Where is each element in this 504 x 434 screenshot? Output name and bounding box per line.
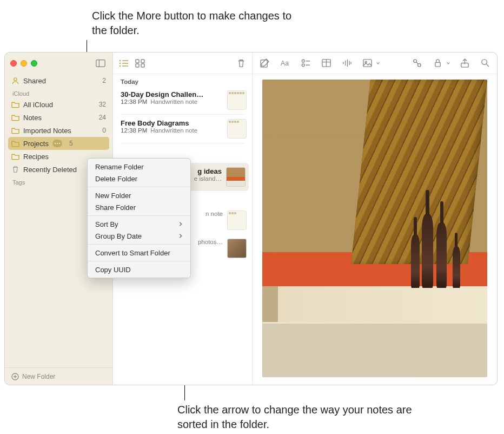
svg-rect-30	[363, 60, 371, 67]
folder-icon	[11, 114, 19, 121]
note-preview: photos…	[198, 239, 223, 245]
editor: Aa	[253, 52, 497, 385]
search-icon	[480, 58, 490, 68]
note-thumbnail	[227, 211, 247, 230]
sidebar-item-label: Imported Notes	[23, 127, 71, 135]
sidebar-item-all-icloud[interactable]: All iCloud 32	[5, 98, 112, 111]
sidebar-item-shared[interactable]: Shared 2	[5, 74, 112, 87]
grid-icon	[135, 58, 145, 68]
list-header-today: Today	[113, 74, 252, 86]
delete-note-button[interactable]	[235, 57, 248, 70]
more-button[interactable]	[52, 140, 62, 147]
sidebar-item-count: 24	[99, 114, 106, 121]
svg-rect-14	[136, 64, 139, 67]
menu-copy-uuid[interactable]: Copy UUID	[88, 264, 190, 275]
note-thumbnail	[227, 90, 247, 110]
note-preview: e island…	[194, 175, 222, 182]
sidebar-item-count: 0	[102, 127, 106, 134]
minimize-button[interactable]	[21, 60, 27, 67]
note-preview: n note	[205, 211, 223, 217]
sidebar-item-notes[interactable]: Notes 24	[5, 111, 112, 124]
menu-label: Group By Date	[95, 232, 142, 240]
link-icon	[412, 58, 422, 68]
folder-icon	[11, 140, 19, 147]
menu-share-folder[interactable]: Share Folder	[88, 201, 190, 213]
format-button[interactable]: Aa	[278, 57, 291, 70]
list-toolbar	[113, 52, 252, 74]
compose-button[interactable]	[258, 57, 271, 70]
svg-point-10	[120, 65, 121, 67]
sidebar-item-count: 2	[102, 77, 106, 84]
new-folder-label: New Folder	[22, 373, 55, 380]
toggle-sidebar-button[interactable]	[94, 57, 107, 70]
editor-content[interactable]	[253, 74, 497, 385]
checklist-button[interactable]	[299, 57, 312, 70]
sidebar-section-icloud: iCloud	[5, 87, 112, 98]
sidebar-item-projects[interactable]: Projects 5	[8, 137, 109, 150]
editor-toolbar: Aa	[253, 52, 497, 74]
svg-text:Aa: Aa	[280, 60, 288, 67]
sidebar-titlebar	[5, 52, 112, 74]
photo-icon	[362, 58, 373, 68]
media-button[interactable]	[361, 57, 374, 70]
folder-icon	[11, 101, 19, 108]
share-button[interactable]	[458, 57, 471, 70]
sidebar-item-count: 32	[99, 101, 106, 108]
chevron-down-icon	[446, 61, 450, 65]
menu-delete-folder[interactable]: Delete Folder	[88, 173, 190, 185]
menu-separator	[88, 187, 190, 187]
notes-window: Shared 2 iCloud All iCloud 32 Notes 24 I…	[4, 52, 498, 385]
window-controls	[10, 60, 37, 67]
note-thumbnail	[227, 119, 247, 139]
svg-rect-0	[96, 60, 105, 67]
chevron-right-icon	[178, 232, 183, 240]
maximize-button[interactable]	[31, 60, 37, 67]
svg-rect-13	[141, 60, 144, 63]
divider	[121, 143, 244, 143]
list-view-button[interactable]	[117, 57, 130, 70]
folder-icon	[11, 153, 19, 160]
sidebar-item-label: Recipes	[23, 153, 49, 161]
link-button[interactable]	[410, 57, 423, 70]
sidebar-item-label: All iCloud	[23, 101, 53, 109]
close-button[interactable]	[10, 60, 17, 67]
note-row[interactable]: Free Body Diagrams 12:38 PMHandwritten n…	[113, 115, 252, 143]
menu-sort-by[interactable]: Sort By	[88, 218, 190, 230]
menu-separator	[88, 215, 190, 216]
sidebar-item-label: Projects	[23, 140, 49, 148]
note-row[interactable]: 30-Day Design Challen… 12:38 PMHandwritt…	[113, 86, 252, 114]
menu-group-by-date[interactable]: Group By Date	[88, 230, 190, 242]
list-icon	[118, 58, 129, 68]
share-icon	[460, 58, 470, 68]
svg-rect-35	[435, 63, 440, 67]
svg-line-34	[416, 62, 418, 64]
note-thumbnail	[226, 167, 246, 187]
table-button[interactable]	[320, 57, 333, 70]
menu-convert-smart-folder[interactable]: Convert to Smart Folder	[88, 247, 190, 259]
grid-view-button[interactable]	[134, 57, 147, 70]
compose-icon	[260, 58, 270, 68]
note-time: 12:38 PM	[121, 127, 147, 134]
trash-icon	[236, 58, 247, 68]
svg-rect-15	[141, 64, 144, 67]
table-icon	[321, 58, 331, 68]
svg-line-38	[486, 64, 489, 67]
callout-top: Click the More button to make changes to…	[92, 9, 308, 38]
search-button[interactable]	[479, 57, 492, 70]
new-folder-button[interactable]: New Folder	[5, 367, 112, 385]
context-menu: Rename Folder Delete Folder New Folder S…	[87, 158, 191, 278]
menu-new-folder[interactable]: New Folder	[88, 189, 190, 201]
chevron-right-icon	[178, 220, 183, 228]
lock-button[interactable]	[431, 57, 444, 70]
note-preview: Handwritten note	[150, 98, 197, 105]
sidebar-item-imported[interactable]: Imported Notes 0	[5, 124, 112, 137]
note-title: Free Body Diagrams	[121, 119, 223, 127]
svg-point-8	[120, 62, 121, 64]
note-time: 12:38 PM	[121, 98, 147, 105]
menu-rename-folder[interactable]: Rename Folder	[88, 161, 190, 173]
sidebar-item-label: Notes	[23, 114, 42, 122]
audio-button[interactable]	[340, 57, 353, 70]
chevron-down-icon	[376, 61, 380, 65]
sidebar-item-label: Recently Deleted	[23, 166, 77, 174]
svg-point-2	[14, 78, 17, 81]
